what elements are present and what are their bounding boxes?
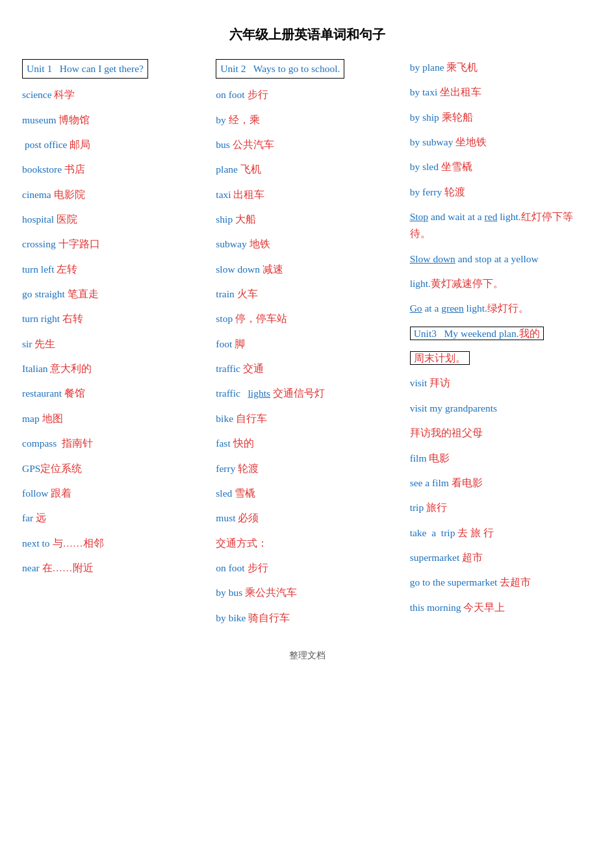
list-item: by taxi 坐出租车	[407, 80, 595, 105]
list-item: science 科学	[19, 82, 207, 107]
unit2-header: Unit 2 Ways to go to school.	[213, 55, 400, 82]
footer-text: 整理文档	[19, 650, 595, 662]
list-item: hospital 医院	[19, 207, 207, 232]
list-item: must 必须	[213, 506, 400, 530]
unit3-header: Unit3 My weekend plan.我的	[407, 321, 595, 346]
list-item: by subway 坐地铁	[407, 130, 595, 155]
slow-sentence: Slow down and stop at a yellow	[407, 247, 595, 271]
list-item: restaurant 餐馆	[19, 381, 207, 406]
list-item: by bike 骑自行车	[213, 606, 400, 630]
list-item: by sled 坐雪橇	[407, 155, 595, 179]
list-item: see a film 看电影	[407, 471, 595, 495]
list-item: supermarket 超市	[407, 545, 595, 570]
unit3-header-cont: 周末计划。	[407, 346, 595, 371]
list-item: bus 公共汽车	[213, 132, 400, 157]
list-item: turn right 右转	[19, 306, 207, 331]
list-item: go to the supermarket 去超市	[407, 570, 595, 595]
column-2: Unit 2 Ways to go to school. on foot 步行 …	[213, 55, 400, 630]
list-item: post office 邮局	[19, 132, 207, 157]
unit1-box: Unit 1 How can I get there?	[22, 59, 148, 79]
list-item: near 在……附近	[19, 556, 207, 580]
list-item: on foot 步行	[213, 556, 400, 580]
list-item: by bus 乘公共汽车	[213, 580, 400, 605]
list-item: bike 自行车	[213, 406, 400, 431]
list-item: cinema 电影院	[19, 182, 207, 207]
list-item: museum 博物馆	[19, 108, 207, 132]
list-item: map 地图	[19, 406, 207, 431]
list-item: crossing 十字路口	[19, 232, 207, 256]
unit2-box: Unit 2 Ways to go to school.	[216, 59, 344, 79]
list-item: turn left 左转	[19, 257, 207, 282]
list-item: go straight 笔直走	[19, 282, 207, 306]
list-item: by ship 乘轮船	[407, 105, 595, 130]
list-item: by plane 乘飞机	[407, 55, 595, 80]
list-item: next to 与……相邻	[19, 531, 207, 556]
list-item: compass 指南针	[19, 431, 207, 456]
list-item: take a trip 去 旅 行	[407, 521, 595, 545]
list-item: trip 旅行	[407, 495, 595, 520]
list-item: visit 拜访	[407, 371, 595, 395]
go-sentence: Go at a green light.绿灯行。	[407, 296, 595, 321]
list-item: train 火车	[213, 282, 400, 306]
list-item: GPS定位系统	[19, 456, 207, 481]
slow-sentence-cont: light.黄灯减速停下。	[407, 271, 595, 296]
list-item: foot 脚	[213, 332, 400, 356]
column-3: by plane 乘飞机 by taxi 坐出租车 by ship 乘轮船 by…	[407, 55, 595, 630]
stop-sentence: Stop and wait at a red light.红灯停下等待。	[407, 205, 595, 247]
list-item: bookstore 书店	[19, 157, 207, 182]
list-item: ferry 轮渡	[213, 456, 400, 481]
list-item: Italian 意大利的	[19, 356, 207, 381]
list-item: follow 跟着	[19, 481, 207, 506]
list-item: slow down 减速	[213, 257, 400, 282]
list-item: taxi 出租车	[213, 182, 400, 207]
list-item: film 电影	[407, 446, 595, 471]
page-title: 六年级上册英语单词和句子	[19, 26, 595, 43]
list-item: 拜访我的祖父母	[407, 421, 595, 445]
list-item: traffic 交通	[213, 356, 400, 381]
list-item: on foot 步行	[213, 82, 400, 107]
list-item: subway 地铁	[213, 232, 400, 256]
list-item: sled 雪橇	[213, 481, 400, 506]
list-item: far 远	[19, 506, 207, 530]
list-item: traffic lights 交通信号灯	[213, 381, 400, 406]
list-item: by 经，乘	[213, 108, 400, 132]
list-item: this morning 今天早上	[407, 595, 595, 620]
list-item: fast 快的	[213, 431, 400, 456]
list-item: ship 大船	[213, 207, 400, 232]
list-item: 交通方式：	[213, 531, 400, 556]
list-item: by ferry 轮渡	[407, 180, 595, 205]
list-item: visit my grandparents	[407, 396, 595, 421]
list-item: plane 飞机	[213, 157, 400, 182]
column-1: Unit 1 How can I get there? science 科学 m…	[19, 55, 207, 630]
unit1-header: Unit 1 How can I get there?	[19, 55, 207, 82]
list-item: sir 先生	[19, 332, 207, 356]
list-item: stop 停，停车站	[213, 306, 400, 331]
